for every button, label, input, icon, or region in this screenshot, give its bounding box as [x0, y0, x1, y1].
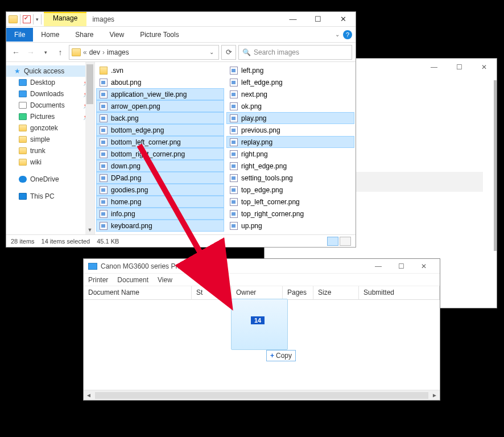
- nav-desktop[interactable]: Desktop📌: [6, 77, 94, 88]
- col-status[interactable]: St: [192, 286, 232, 299]
- maximize-button[interactable]: ☐: [305, 12, 331, 26]
- horizontal-scrollbar[interactable]: ◄ ►: [84, 390, 440, 400]
- col-owner[interactable]: Owner: [232, 286, 283, 299]
- file-item[interactable]: left.png: [226, 64, 354, 76]
- maximize-button[interactable]: ☐: [447, 59, 472, 76]
- recent-dropdown-icon[interactable]: ▾: [39, 50, 52, 55]
- print-queue-title: Canon MG3600 series Printer: [101, 262, 367, 270]
- address-dropdown-icon[interactable]: ⌄: [207, 49, 216, 55]
- file-item[interactable]: replay.png: [226, 136, 354, 148]
- address-bar[interactable]: « dev › images ⌄: [69, 45, 219, 60]
- nav-pictures[interactable]: Pictures📌: [6, 111, 94, 122]
- nav-folder-simple[interactable]: simple: [6, 134, 94, 145]
- picture-tools-tab[interactable]: Picture Tools: [132, 28, 187, 42]
- ribbon-expand-icon[interactable]: ⌄: [332, 31, 343, 38]
- settings-scrollbar[interactable]: [494, 80, 497, 251]
- refresh-button[interactable]: ⟳: [221, 45, 236, 60]
- nav-folder-gonzotek[interactable]: gonzotek: [6, 122, 94, 134]
- file-item[interactable]: previous.png: [226, 124, 354, 136]
- file-item[interactable]: bottom_left_corner.png: [96, 136, 224, 148]
- file-item[interactable]: play.png: [226, 112, 354, 124]
- image-file-icon: [230, 210, 238, 218]
- search-input[interactable]: 🔍 Search images: [238, 45, 352, 60]
- close-button[interactable]: ✕: [412, 262, 435, 270]
- nav-documents[interactable]: Documents📌: [6, 100, 94, 111]
- thumbnails-view-button[interactable]: [340, 237, 351, 246]
- image-file-icon: [100, 186, 108, 194]
- minimize-button[interactable]: —: [367, 262, 390, 270]
- file-item[interactable]: left_edge.png: [226, 76, 354, 88]
- file-item[interactable]: about.png: [96, 76, 224, 88]
- file-item[interactable]: right.png: [226, 148, 354, 160]
- file-item[interactable]: ok.png: [226, 100, 354, 112]
- navpane-scrollbar[interactable]: ▲ ▼: [85, 62, 94, 234]
- home-tab[interactable]: Home: [33, 28, 67, 42]
- scroll-down-icon[interactable]: ▼: [85, 225, 94, 234]
- file-item[interactable]: .svn: [96, 64, 224, 76]
- file-item[interactable]: keyboard.png: [96, 220, 224, 232]
- col-document-name[interactable]: Document Name: [84, 286, 192, 299]
- star-icon: ★: [14, 67, 20, 75]
- breadcrumb-dev[interactable]: dev: [89, 48, 100, 56]
- menu-view[interactable]: View: [158, 276, 172, 284]
- manage-contextual-tab[interactable]: Manage: [44, 12, 86, 26]
- menu-document[interactable]: Document: [117, 276, 148, 284]
- file-name: about.png: [111, 79, 141, 86]
- scroll-left-icon[interactable]: ◄: [84, 392, 94, 398]
- file-item[interactable]: down.png: [96, 160, 224, 172]
- help-icon[interactable]: ?: [343, 30, 352, 39]
- file-item[interactable]: setting_tools.png: [226, 172, 354, 184]
- file-item[interactable]: application_view_tile.png: [96, 88, 224, 100]
- back-button[interactable]: ←: [10, 48, 22, 57]
- close-button[interactable]: ✕: [472, 59, 497, 76]
- file-list[interactable]: .svnabout.pngapplication_view_tile.pngar…: [95, 62, 356, 234]
- downloads-icon: [19, 90, 27, 97]
- file-item[interactable]: DPad.png: [96, 172, 224, 184]
- qat-dropdown-icon[interactable]: ▾: [36, 17, 39, 22]
- file-name: application_view_tile.png: [111, 90, 187, 98]
- file-item[interactable]: next.png: [226, 88, 354, 100]
- file-item[interactable]: top_right_corner.png: [226, 208, 354, 220]
- nav-onedrive[interactable]: OneDrive: [6, 174, 94, 185]
- file-item[interactable]: right_edge.png: [226, 160, 354, 172]
- nav-downloads[interactable]: Downloads📌: [6, 88, 94, 100]
- col-size[interactable]: Size: [313, 286, 359, 299]
- explorer-titlebar: ▾ Manage images — ☐ ✕: [6, 12, 356, 27]
- file-item[interactable]: bottom_edge.png: [96, 124, 224, 136]
- nav-quick-access[interactable]: ★Quick access: [6, 65, 94, 77]
- file-name: play.png: [241, 114, 266, 122]
- minimize-button[interactable]: —: [280, 12, 305, 26]
- image-file-icon: [230, 222, 238, 230]
- col-pages[interactable]: Pages: [283, 286, 313, 299]
- nav-folder-wiki[interactable]: wiki: [6, 156, 94, 168]
- file-item[interactable]: bottom_right_corner.png: [96, 148, 224, 160]
- file-item[interactable]: top_left_corner.png: [226, 196, 354, 208]
- col-submitted[interactable]: Submitted: [359, 286, 440, 299]
- file-item[interactable]: home.png: [96, 196, 224, 208]
- minimize-button[interactable]: —: [422, 59, 447, 76]
- nav-this-pc[interactable]: This PC: [6, 191, 94, 202]
- share-tab[interactable]: Share: [67, 28, 101, 42]
- file-item[interactable]: top_edge.png: [226, 184, 354, 196]
- scroll-thumb[interactable]: [95, 392, 428, 399]
- menu-printer[interactable]: Printer: [88, 276, 108, 284]
- breadcrumb-images[interactable]: images: [107, 48, 129, 56]
- scroll-thumb[interactable]: [86, 64, 93, 104]
- ribbon-tabs: File Home Share View Picture Tools ⌄ ?: [6, 27, 356, 43]
- file-item[interactable]: back.png: [96, 112, 224, 124]
- scroll-right-icon[interactable]: ►: [429, 392, 440, 398]
- properties-icon[interactable]: [23, 15, 31, 23]
- image-file-icon: [230, 102, 238, 110]
- forward-button[interactable]: →: [24, 48, 37, 57]
- up-button[interactable]: ↑: [54, 48, 67, 57]
- file-item[interactable]: up.png: [226, 220, 354, 232]
- file-tab[interactable]: File: [6, 28, 33, 42]
- close-button[interactable]: ✕: [331, 12, 356, 26]
- file-item[interactable]: info.png: [96, 208, 224, 220]
- file-item[interactable]: goodies.png: [96, 184, 224, 196]
- view-tab[interactable]: View: [101, 28, 132, 42]
- nav-folder-trunk[interactable]: trunk: [6, 145, 94, 156]
- details-view-button[interactable]: [327, 237, 338, 246]
- maximize-button[interactable]: ☐: [390, 262, 412, 270]
- file-item[interactable]: arrow_open.png: [96, 100, 224, 112]
